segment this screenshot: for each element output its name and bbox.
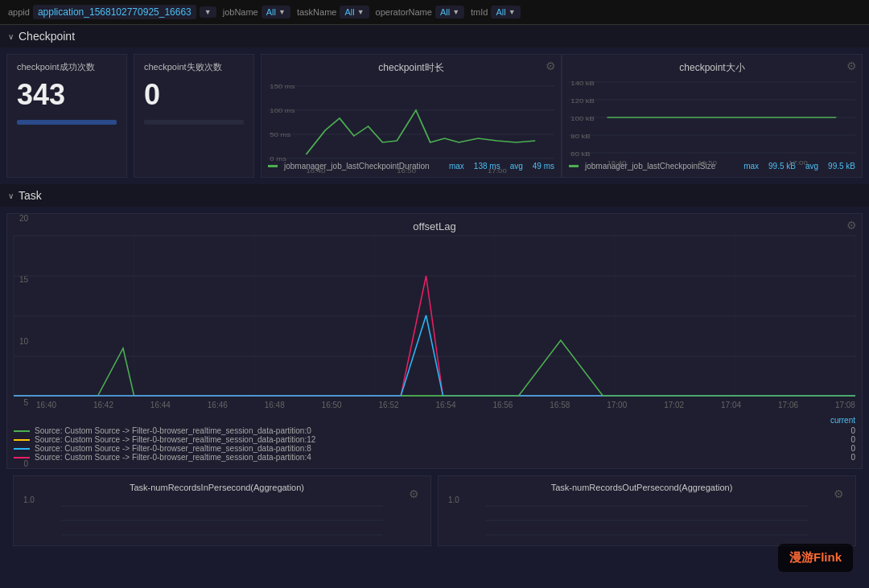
duration-gear-icon[interactable]: ⚙ [546, 60, 556, 72]
svg-text:16:40: 16:40 [607, 159, 626, 167]
x-label-1648: 16:48 [265, 401, 285, 409]
fail-card-bar [144, 120, 244, 125]
task-header[interactable]: ∨ Task [0, 184, 869, 207]
jobname-dropdown[interactable]: All ▼ [262, 6, 290, 19]
bottom-left-gear[interactable]: ⚙ [409, 487, 419, 500]
svg-text:100 ms: 100 ms [270, 107, 295, 114]
legend-current-3: 0 [839, 453, 855, 462]
offsetlag-main: 20 15 10 5 0 [14, 236, 855, 399]
offsetlag-svg-container [14, 236, 855, 399]
x-label-1654: 16:54 [435, 401, 455, 409]
offsetlag-title: offsetLag [14, 220, 855, 232]
bottom-left-title: Task-numRecordsInPersecond(Aggregation) [20, 483, 424, 492]
appid-item: appid application_1568102770925_16663 ▼ [8, 5, 216, 19]
watermark: 漫游Flink [778, 544, 853, 559]
taskname-value: All [344, 7, 354, 17]
duration-svg: 150 ms 100 ms 50 ms 0 ms 16:40 16:50 17:… [268, 78, 554, 167]
bottom-charts: ⚙ Task-numRecordsInPersecond(Aggregation… [6, 469, 863, 553]
offsetlag-gear-icon[interactable]: ⚙ [846, 219, 857, 232]
legend-color-2 [14, 448, 30, 450]
x-label-1650: 16:50 [322, 401, 342, 409]
legend-item-2: Source: Custom Source -> Filter-0-browse… [14, 444, 855, 453]
task-title: Task [19, 189, 42, 202]
operatorname-dropdown[interactable]: All ▼ [435, 6, 464, 19]
legend-item-1: Source: Custom Source -> Filter-0-browse… [14, 435, 855, 444]
tmid-dropdown[interactable]: All ▼ [491, 6, 520, 19]
legend-label-2: Source: Custom Source -> Filter-0-browse… [35, 444, 311, 453]
current-label: current [830, 416, 855, 425]
taskname-dropdown[interactable]: All ▼ [340, 6, 369, 19]
tmid-item: tmId All ▼ [471, 6, 521, 19]
bottom-left-y: 1.0 [20, 495, 424, 504]
checkpoint-header[interactable]: ∨ Checkpoint [0, 25, 869, 47]
size-chart-title: checkpoint大小 [569, 61, 855, 75]
size-chart-card: ⚙ checkpoint大小 140 kB 120 kB 100 kB 80 k… [562, 54, 863, 178]
operatorname-item: operatorName All ▼ [376, 6, 464, 19]
appid-dropdown[interactable]: ▼ [200, 6, 216, 18]
duration-chart-card: ⚙ checkpoint时长 150 ms 100 ms 50 ms 0 ms … [261, 54, 562, 178]
legend-item-0: Source: Custom Source -> Filter-0-browse… [14, 426, 855, 435]
legend-color-0 [14, 430, 30, 432]
duration-chart-title: checkpoint时长 [268, 61, 554, 75]
size-chart-area: 140 kB 120 kB 100 kB 80 kB 60 kB 16:40 1… [569, 78, 855, 158]
svg-text:16:50: 16:50 [397, 167, 416, 175]
topbar: appid application_1568102770925_16663 ▼ … [0, 0, 869, 25]
svg-text:16:40: 16:40 [306, 167, 325, 175]
svg-text:80 kB: 80 kB [570, 133, 590, 140]
size-svg: 140 kB 120 kB 100 kB 80 kB 60 kB 16:40 1… [569, 78, 855, 167]
tmid-value: All [496, 7, 505, 17]
appid-label: appid [8, 7, 30, 17]
operatorname-label: operatorName [376, 7, 432, 17]
fail-card-value: 0 [144, 78, 244, 112]
jobname-value: All [266, 7, 276, 17]
x-label-1708: 17:08 [835, 401, 855, 409]
bottom-right-chart: ⚙ Task-numRecordsOutPersecond(Aggregatio… [438, 475, 856, 546]
operatorname-value: All [440, 7, 450, 17]
appid-value: application_1568102770925_16663 [33, 5, 196, 19]
taskname-item: taskName All ▼ [297, 6, 369, 19]
watermark-text: 漫游 [789, 550, 813, 559]
jobname-item: jobName All ▼ [223, 6, 290, 19]
svg-text:60 kB: 60 kB [570, 150, 590, 158]
checkpoint-title: Checkpoint [19, 30, 75, 43]
jobname-label: jobName [223, 7, 258, 17]
x-label-1642: 16:42 [93, 401, 113, 409]
legend-color-1 [14, 439, 30, 441]
taskname-label: taskName [297, 7, 337, 17]
bottom-right-title: Task-numRecordsOutPersecond(Aggregation) [445, 483, 849, 492]
legend-current-0: 0 [839, 426, 855, 435]
offsetlag-chart-wrapper: 20 15 10 5 0 [14, 236, 855, 409]
svg-text:120 kB: 120 kB [570, 97, 595, 105]
svg-text:100 kB: 100 kB [570, 115, 595, 122]
tmid-label: tmId [471, 7, 488, 17]
x-label-1640: 16:40 [36, 401, 56, 409]
x-label-1652: 16:52 [379, 401, 399, 409]
x-label-1646: 16:46 [208, 401, 228, 409]
x-label-1644: 16:44 [150, 401, 171, 409]
svg-text:16:50: 16:50 [698, 159, 717, 167]
checkpoint-success-card: checkpoint成功次数 343 [6, 54, 127, 178]
svg-text:150 ms: 150 ms [270, 83, 295, 90]
offsetlag-x-axis: 16:40 16:42 16:44 16:46 16:48 16:50 16:5… [14, 401, 855, 409]
offsetlag-legend: current Source: Custom Source -> Filter-… [14, 416, 855, 462]
size-gear-icon[interactable]: ⚙ [846, 60, 857, 72]
legend-color-3 [14, 457, 30, 458]
bottom-right-y: 1.0 [445, 495, 849, 504]
bottom-right-svg [445, 504, 849, 537]
success-card-value: 343 [17, 78, 117, 112]
task-section: ⚙ offsetLag 20 15 10 5 0 [0, 207, 869, 559]
offsetlag-svg [14, 236, 855, 397]
svg-text:17:00: 17:00 [789, 159, 808, 167]
x-label-1702: 17:02 [664, 401, 684, 409]
x-label-1700: 17:00 [607, 401, 627, 409]
checkpoint-chevron: ∨ [8, 32, 14, 41]
checkpoint-cards: checkpoint成功次数 343 checkpoint失败次数 0 ⚙ ch… [0, 47, 869, 184]
svg-text:140 kB: 140 kB [570, 80, 595, 87]
legend-label-1: Source: Custom Source -> Filter-0-browse… [35, 435, 315, 444]
bottom-right-gear[interactable]: ⚙ [834, 487, 844, 500]
legend-label-0: Source: Custom Source -> Filter-0-browse… [35, 426, 311, 435]
bottom-left-svg [20, 504, 424, 537]
legend-item-3: Source: Custom Source -> Filter-0-browse… [14, 453, 855, 462]
offsetlag-container: ⚙ offsetLag 20 15 10 5 0 [6, 213, 863, 469]
watermark-brand: Flink [813, 550, 842, 559]
